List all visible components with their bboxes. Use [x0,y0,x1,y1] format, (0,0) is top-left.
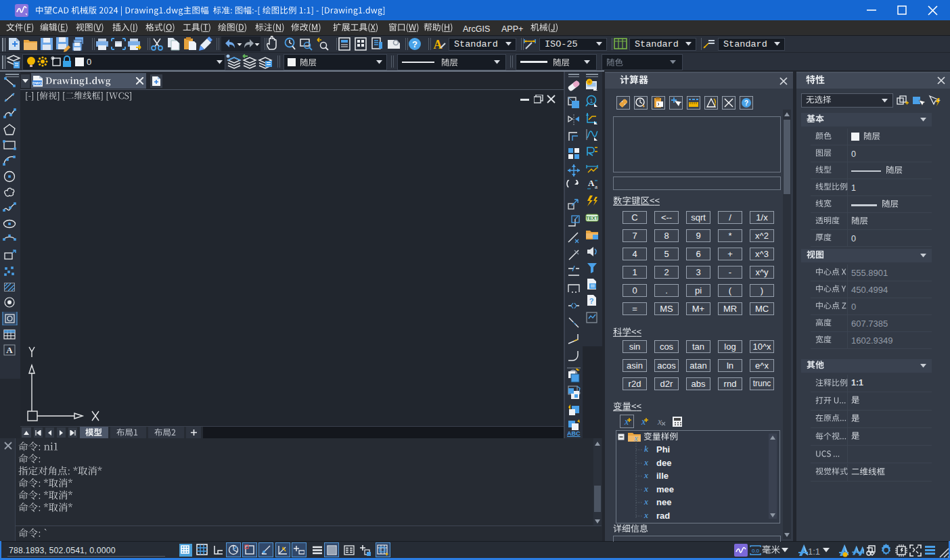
svg-text:A: A [434,38,443,51]
svg-text:DWG: DWG [32,81,43,85]
svg-text:A: A [6,345,13,355]
svg-text:?: ? [744,99,748,107]
svg-text:1: 1 [589,97,593,104]
svg-text:?: ? [589,297,594,305]
svg-text:x: x [641,417,646,427]
svg-text:?: ? [412,39,417,49]
svg-text:TEXT: TEXT [586,216,599,220]
svg-text:0.0: 0.0 [752,548,760,554]
svg-text:a: a [595,183,597,190]
svg-text:x: x [657,417,662,427]
svg-text:x: x [624,417,629,427]
svg-text:A: A [588,178,595,188]
